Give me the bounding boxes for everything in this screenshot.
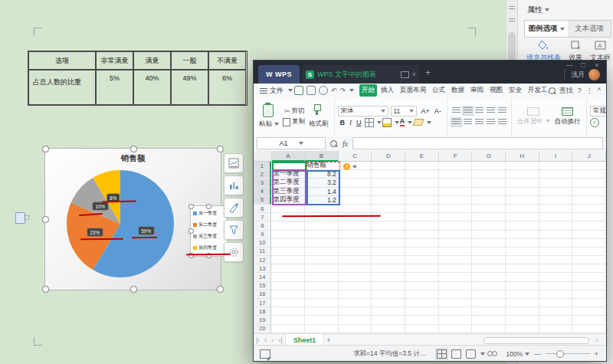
help-button[interactable]: ?: [578, 87, 582, 94]
cell-A10[interactable]: [271, 239, 305, 248]
cell-G6[interactable]: [472, 205, 506, 213]
document-tab[interactable]: S WPS 文字中的图表 ×: [303, 65, 419, 84]
scroll-right-button[interactable]: ›: [595, 336, 598, 344]
cell-F11[interactable]: [439, 248, 473, 256]
cell-I9[interactable]: [539, 231, 573, 239]
clear-format-button[interactable]: [412, 119, 424, 126]
scrollbar-menu-icon[interactable]: [509, 6, 515, 11]
check-style-icon[interactable]: ✓: [590, 118, 599, 127]
cell-G12[interactable]: [472, 256, 506, 264]
cell-F15[interactable]: [439, 282, 473, 290]
cell-J16[interactable]: [572, 290, 606, 299]
resize-handle[interactable]: [217, 286, 224, 293]
zoom-level[interactable]: 100%: [506, 350, 523, 358]
cell-A1[interactable]: [271, 162, 305, 170]
wrap-text-button[interactable]: 自动换行: [555, 107, 581, 126]
cell-D16[interactable]: [372, 290, 405, 299]
print-icon[interactable]: [306, 86, 316, 95]
shrink-font-button[interactable]: A-: [434, 107, 441, 115]
selection-stats-icon[interactable]: [260, 349, 270, 359]
cell-B11[interactable]: [305, 248, 339, 256]
cell-C4[interactable]: [339, 188, 372, 196]
cell-A20[interactable]: [271, 325, 305, 333]
chart-filter-button[interactable]: [224, 220, 244, 240]
cell-A15[interactable]: [271, 282, 305, 290]
cell-J20[interactable]: [572, 325, 606, 333]
cell-B6[interactable]: [305, 205, 339, 213]
cell-E9[interactable]: [405, 231, 439, 239]
cell-B17[interactable]: [305, 299, 339, 307]
ribbon-tab-页面布局[interactable]: 页面布局: [398, 84, 428, 97]
cell-C18[interactable]: [339, 307, 372, 316]
cell-C17[interactable]: [339, 299, 372, 307]
cell-B4[interactable]: 1.4: [305, 188, 339, 196]
cell-D12[interactable]: [372, 256, 405, 264]
align-middle-button[interactable]: [464, 107, 472, 114]
chart-style-button[interactable]: [224, 198, 244, 218]
cell-D4[interactable]: [372, 188, 405, 196]
cell-D14[interactable]: [372, 273, 405, 281]
cell-D20[interactable]: [372, 325, 405, 333]
distribute-button[interactable]: [498, 119, 506, 126]
page-break-view-button[interactable]: [466, 349, 476, 359]
grow-font-button[interactable]: A+: [421, 107, 430, 115]
cell-B1[interactable]: 销售额: [305, 162, 339, 170]
cell-J3[interactable]: [572, 179, 606, 187]
cell-B9[interactable]: [305, 231, 339, 239]
column-header-E[interactable]: E: [405, 151, 439, 162]
formula-input[interactable]: [352, 137, 603, 149]
cell-H5[interactable]: [506, 196, 539, 205]
cell-E15[interactable]: [405, 282, 439, 290]
cell-F5[interactable]: [439, 196, 473, 205]
ribbon-tab-开始[interactable]: 开始: [359, 84, 377, 97]
cell-D13[interactable]: [372, 264, 405, 273]
cell-D18[interactable]: [372, 307, 405, 316]
cell-B15[interactable]: [305, 282, 339, 290]
cell-H20[interactable]: [506, 325, 539, 333]
resize-handle[interactable]: [42, 216, 49, 223]
cell-J6[interactable]: [572, 205, 606, 213]
cell-D5[interactable]: [372, 196, 405, 205]
align-bottom-button[interactable]: [475, 107, 484, 114]
cell-A18[interactable]: [271, 307, 305, 316]
cell-D2[interactable]: [372, 170, 405, 179]
zoom-out-button[interactable]: —: [534, 350, 541, 358]
row-header-10[interactable]: 10: [254, 239, 271, 248]
cell-G2[interactable]: [472, 170, 506, 179]
cell-G5[interactable]: [472, 196, 506, 205]
cell-J7[interactable]: [572, 213, 606, 221]
cell-E4[interactable]: [405, 188, 439, 196]
print-preview-icon[interactable]: [319, 86, 328, 95]
zoom-caret[interactable]: [525, 353, 529, 356]
cell-J5[interactable]: [572, 196, 606, 205]
search-icon[interactable]: [549, 87, 556, 94]
redo-icon[interactable]: ↷: [340, 87, 346, 94]
cell-C12[interactable]: [339, 256, 372, 264]
cell-E2[interactable]: [405, 170, 439, 179]
cell-I10[interactable]: [539, 239, 573, 248]
column-header-B[interactable]: B: [305, 151, 339, 162]
name-box[interactable]: A1: [257, 137, 326, 149]
cell-C19[interactable]: [339, 316, 372, 324]
cell-I20[interactable]: [539, 325, 573, 333]
cell-I13[interactable]: [539, 264, 573, 273]
cell-J10[interactable]: [572, 239, 606, 248]
cell-H15[interactable]: [506, 282, 539, 290]
align-top-button[interactable]: [452, 107, 461, 114]
cell-I19[interactable]: [539, 316, 573, 324]
cell-E20[interactable]: [405, 325, 439, 333]
sheet-tab-sheet1[interactable]: Sheet1: [285, 334, 325, 346]
cell-A6[interactable]: [271, 205, 305, 213]
decrease-indent-button[interactable]: [487, 107, 495, 114]
cell-C9[interactable]: [339, 231, 372, 239]
row-header-18[interactable]: 18: [254, 307, 271, 316]
survey-table[interactable]: 选项非常满意满意一般不满意占总人数的比重5%40%49%6%: [28, 51, 247, 106]
cell-I1[interactable]: [539, 162, 573, 170]
increase-indent-button[interactable]: [498, 107, 506, 114]
cell-J4[interactable]: [572, 188, 606, 196]
cell-G10[interactable]: [472, 239, 506, 248]
chart-type-button[interactable]: [224, 175, 244, 195]
cell-E19[interactable]: [405, 316, 439, 324]
cell-H1[interactable]: [506, 162, 539, 170]
cell-B19[interactable]: [305, 316, 339, 324]
